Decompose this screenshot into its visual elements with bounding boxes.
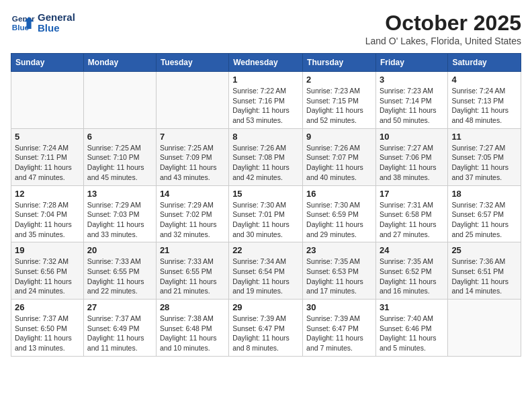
logo: General Blue General Blue [11,11,75,35]
day-info: Sunrise: 7:30 AM Sunset: 7:01 PM Dayligh… [232,200,299,240]
logo-general: General [38,12,75,24]
calendar-cell: 19Sunrise: 7:32 AM Sunset: 6:56 PM Dayli… [11,242,84,300]
calendar-cell: 1Sunrise: 7:22 AM Sunset: 7:16 PM Daylig… [229,72,303,129]
day-info: Sunrise: 7:22 AM Sunset: 7:16 PM Dayligh… [232,86,299,126]
day-info: Sunrise: 7:23 AM Sunset: 7:15 PM Dayligh… [306,86,372,126]
calendar-cell: 6Sunrise: 7:25 AM Sunset: 7:10 PM Daylig… [83,128,156,185]
day-info: Sunrise: 7:39 AM Sunset: 6:47 PM Dayligh… [232,314,299,353]
day-number: 9 [306,132,372,142]
day-info: Sunrise: 7:32 AM Sunset: 6:56 PM Dayligh… [15,257,80,296]
calendar-cell: 12Sunrise: 7:28 AM Sunset: 7:04 PM Dayli… [11,185,84,242]
day-number: 4 [451,75,517,85]
calendar-cell: 22Sunrise: 7:34 AM Sunset: 6:54 PM Dayli… [229,242,303,300]
weekday-header-monday: Monday [83,54,156,72]
weekday-header-saturday: Saturday [448,54,521,72]
calendar-cell: 16Sunrise: 7:30 AM Sunset: 6:59 PM Dayli… [303,185,376,242]
logo-icon: General Blue [11,11,35,35]
svg-text:General: General [12,14,35,23]
day-number: 25 [451,245,517,255]
calendar-week-5: 26Sunrise: 7:37 AM Sunset: 6:50 PM Dayli… [11,300,521,357]
day-number: 1 [232,75,299,85]
calendar-cell: 18Sunrise: 7:32 AM Sunset: 6:57 PM Dayli… [448,185,521,242]
calendar-cell: 11Sunrise: 7:27 AM Sunset: 7:05 PM Dayli… [448,128,521,185]
calendar-week-1: 1Sunrise: 7:22 AM Sunset: 7:16 PM Daylig… [11,72,521,129]
calendar-cell [83,72,156,129]
calendar-cell: 5Sunrise: 7:24 AM Sunset: 7:11 PM Daylig… [11,128,84,185]
calendar-cell [448,300,521,357]
day-number: 14 [160,189,225,199]
weekday-header-row: SundayMondayTuesdayWednesdayThursdayFrid… [11,54,521,72]
day-number: 30 [306,302,372,312]
day-info: Sunrise: 7:25 AM Sunset: 7:10 PM Dayligh… [87,143,152,183]
day-info: Sunrise: 7:26 AM Sunset: 7:08 PM Dayligh… [232,143,299,183]
month-title: October 2025 [365,11,521,36]
day-number: 12 [15,189,80,199]
day-number: 6 [87,132,152,142]
calendar-cell: 3Sunrise: 7:23 AM Sunset: 7:14 PM Daylig… [375,72,447,129]
weekday-header-wednesday: Wednesday [229,54,303,72]
calendar-cell: 8Sunrise: 7:26 AM Sunset: 7:08 PM Daylig… [229,128,303,185]
day-number: 19 [15,245,80,255]
weekday-header-tuesday: Tuesday [156,54,228,72]
calendar-cell: 27Sunrise: 7:37 AM Sunset: 6:49 PM Dayli… [83,300,156,357]
calendar-cell: 29Sunrise: 7:39 AM Sunset: 6:47 PM Dayli… [229,300,303,357]
calendar-cell: 7Sunrise: 7:25 AM Sunset: 7:09 PM Daylig… [156,128,228,185]
day-info: Sunrise: 7:26 AM Sunset: 7:07 PM Dayligh… [306,143,372,183]
calendar-cell: 26Sunrise: 7:37 AM Sunset: 6:50 PM Dayli… [11,300,84,357]
day-number: 3 [380,75,444,85]
day-number: 28 [160,302,225,312]
calendar-cell: 10Sunrise: 7:27 AM Sunset: 7:06 PM Dayli… [375,128,447,185]
calendar-cell: 4Sunrise: 7:24 AM Sunset: 7:13 PM Daylig… [448,72,521,129]
day-number: 2 [306,75,372,85]
day-info: Sunrise: 7:24 AM Sunset: 7:11 PM Dayligh… [15,143,80,183]
day-info: Sunrise: 7:37 AM Sunset: 6:50 PM Dayligh… [15,314,80,353]
day-info: Sunrise: 7:40 AM Sunset: 6:46 PM Dayligh… [380,314,444,353]
day-number: 17 [380,189,444,199]
day-number: 13 [87,189,152,199]
weekday-header-friday: Friday [375,54,447,72]
day-number: 5 [15,132,80,142]
day-info: Sunrise: 7:37 AM Sunset: 6:49 PM Dayligh… [87,314,152,353]
calendar-cell: 31Sunrise: 7:40 AM Sunset: 6:46 PM Dayli… [375,300,447,357]
header: General Blue General Blue October 2025 L… [11,11,521,46]
day-number: 10 [380,132,444,142]
day-info: Sunrise: 7:24 AM Sunset: 7:13 PM Dayligh… [451,86,517,126]
day-number: 7 [160,132,225,142]
day-info: Sunrise: 7:31 AM Sunset: 6:58 PM Dayligh… [380,200,444,240]
day-number: 20 [87,245,152,255]
day-info: Sunrise: 7:32 AM Sunset: 6:57 PM Dayligh… [451,200,517,240]
day-number: 31 [380,302,444,312]
calendar-cell: 9Sunrise: 7:26 AM Sunset: 7:07 PM Daylig… [303,128,376,185]
title-area: October 2025 Land O' Lakes, Florida, Uni… [365,11,521,46]
calendar-cell: 21Sunrise: 7:33 AM Sunset: 6:55 PM Dayli… [156,242,228,300]
day-info: Sunrise: 7:35 AM Sunset: 6:53 PM Dayligh… [306,257,372,296]
location: Land O' Lakes, Florida, United States [365,36,521,46]
logo-blue: Blue [38,23,75,34]
calendar-week-2: 5Sunrise: 7:24 AM Sunset: 7:11 PM Daylig… [11,128,521,185]
day-number: 26 [15,302,80,312]
day-info: Sunrise: 7:27 AM Sunset: 7:05 PM Dayligh… [451,143,517,183]
day-info: Sunrise: 7:33 AM Sunset: 6:55 PM Dayligh… [160,257,225,296]
weekday-header-thursday: Thursday [303,54,376,72]
day-number: 27 [87,302,152,312]
calendar-cell: 13Sunrise: 7:29 AM Sunset: 7:03 PM Dayli… [83,185,156,242]
calendar-cell [156,72,228,129]
calendar-cell: 17Sunrise: 7:31 AM Sunset: 6:58 PM Dayli… [375,185,447,242]
day-number: 23 [306,245,372,255]
calendar-cell: 24Sunrise: 7:35 AM Sunset: 6:52 PM Dayli… [375,242,447,300]
calendar-week-3: 12Sunrise: 7:28 AM Sunset: 7:04 PM Dayli… [11,185,521,242]
day-number: 18 [451,189,517,199]
calendar-cell [11,72,84,129]
day-info: Sunrise: 7:29 AM Sunset: 7:03 PM Dayligh… [87,200,152,240]
day-number: 24 [380,245,444,255]
day-info: Sunrise: 7:35 AM Sunset: 6:52 PM Dayligh… [380,257,444,296]
calendar-cell: 14Sunrise: 7:29 AM Sunset: 7:02 PM Dayli… [156,185,228,242]
day-info: Sunrise: 7:38 AM Sunset: 6:48 PM Dayligh… [160,314,225,353]
day-number: 21 [160,245,225,255]
calendar-cell: 15Sunrise: 7:30 AM Sunset: 7:01 PM Dayli… [229,185,303,242]
day-info: Sunrise: 7:33 AM Sunset: 6:55 PM Dayligh… [87,257,152,296]
day-info: Sunrise: 7:39 AM Sunset: 6:47 PM Dayligh… [306,314,372,353]
day-number: 22 [232,245,299,255]
day-number: 11 [451,132,517,142]
day-info: Sunrise: 7:25 AM Sunset: 7:09 PM Dayligh… [160,143,225,183]
